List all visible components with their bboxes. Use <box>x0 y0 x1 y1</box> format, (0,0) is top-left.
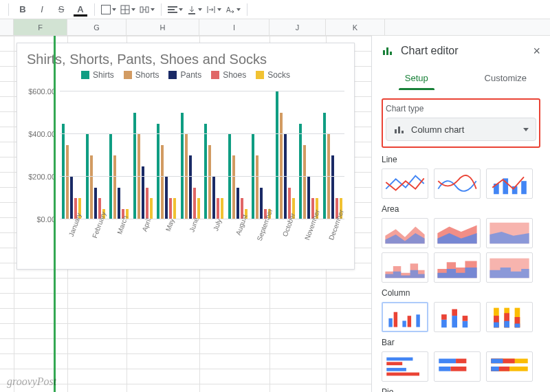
svg-rect-13 <box>398 127 400 133</box>
text-wrapping-button[interactable] <box>206 1 222 18</box>
strikethrough-button[interactable]: S <box>53 1 69 18</box>
italic-button[interactable]: I <box>34 1 50 18</box>
category-column-label: Column <box>382 288 540 298</box>
x-axis-tick: November <box>303 208 321 241</box>
chart-option-area-100[interactable] <box>486 218 533 248</box>
column-header[interactable]: K <box>326 19 385 35</box>
y-axis-tick: $0.00 <box>36 215 56 224</box>
bar <box>197 198 200 219</box>
column-header[interactable]: I <box>199 19 270 35</box>
bar <box>133 113 136 219</box>
legend-label: Shirts <box>93 70 114 80</box>
bar <box>169 198 172 219</box>
chart-option-bar-stacked[interactable] <box>434 351 481 382</box>
legend-swatch <box>81 71 89 79</box>
legend-label: Pants <box>180 70 201 80</box>
legend-swatch <box>168 71 177 79</box>
horizontal-align-button[interactable] <box>167 1 184 18</box>
borders-icon <box>120 5 130 14</box>
chart-option-bar-100[interactable] <box>486 351 533 382</box>
merge-icon <box>140 5 149 14</box>
svg-rect-39 <box>494 323 499 328</box>
v-align-icon <box>187 5 197 14</box>
embedded-chart[interactable]: Shirts, Shorts, Pants, Shoes and Socks S… <box>16 43 355 270</box>
legend-swatch <box>256 71 264 79</box>
chart-legend: ShirtsShortsPantsShoesSocks <box>17 70 354 84</box>
chevron-down-icon <box>523 128 529 131</box>
bar <box>142 166 144 220</box>
merge-cells-button[interactable] <box>139 1 155 18</box>
bar <box>299 124 302 220</box>
svg-rect-3 <box>140 7 143 12</box>
h-align-icon <box>168 6 177 13</box>
chart-option-column-basic[interactable] <box>382 302 428 332</box>
toolbar-separator <box>94 3 95 16</box>
legend-item: Pants <box>168 70 201 80</box>
chart-option-area-stepped-100[interactable] <box>486 252 533 283</box>
svg-rect-35 <box>463 321 468 328</box>
bold-button[interactable]: B <box>14 1 31 18</box>
bar <box>256 155 258 219</box>
chart-option-line-smooth[interactable] <box>434 168 481 199</box>
svg-rect-10 <box>386 47 388 55</box>
bar <box>307 177 310 219</box>
legend-label: Shoes <box>223 70 246 80</box>
bar <box>204 124 207 220</box>
chart-type-highlight: Chart type Column chart <box>382 98 540 148</box>
chart-option-area-stacked[interactable] <box>434 218 481 248</box>
chart-option-column-stacked[interactable] <box>434 302 481 332</box>
chart-option-column-100[interactable] <box>486 302 533 332</box>
text-rotation-button[interactable]: A <box>225 1 241 18</box>
close-sidebar-button[interactable]: × <box>533 44 540 58</box>
bar <box>193 188 196 220</box>
bar <box>276 91 278 219</box>
bar-group: April <box>131 91 155 219</box>
column-header[interactable]: H <box>126 19 199 35</box>
tab-setup[interactable]: Setup <box>372 66 461 90</box>
fill-color-button[interactable] <box>100 1 117 18</box>
text-color-button[interactable]: A <box>72 1 89 18</box>
svg-rect-32 <box>441 314 447 320</box>
chart-option-area-basic[interactable] <box>382 218 428 248</box>
bar <box>157 124 160 220</box>
bar <box>221 198 223 219</box>
bar-group: August <box>226 91 250 219</box>
bar-group: December <box>321 91 345 219</box>
chart-option-area-stepped-stacked[interactable] <box>434 252 481 283</box>
svg-rect-46 <box>386 358 412 361</box>
svg-rect-42 <box>504 321 509 328</box>
category-bar-label: Bar <box>382 338 540 347</box>
chart-option-line-basic[interactable] <box>382 168 428 199</box>
svg-rect-45 <box>515 324 520 328</box>
bar <box>86 134 89 219</box>
svg-rect-49 <box>386 373 419 376</box>
bar <box>208 145 211 220</box>
format-toolbar: B I S A A <box>0 0 550 19</box>
chart-option-bar-basic[interactable] <box>382 351 428 382</box>
svg-rect-27 <box>394 312 397 327</box>
column-header[interactable]: F <box>14 19 67 35</box>
column-header[interactable]: J <box>270 19 326 35</box>
legend-item: Shirts <box>81 70 114 80</box>
chart-editor-icon <box>382 45 394 57</box>
tab-customize[interactable]: Customize <box>461 66 551 90</box>
chart-option-area-stepped[interactable] <box>382 252 428 283</box>
chart-title: Shirts, Shorts, Pants, Shoes and Socks <box>17 43 354 70</box>
borders-button[interactable] <box>120 1 136 18</box>
column-header[interactable]: G <box>67 19 126 35</box>
sidebar-header: Chart editor × <box>372 36 550 66</box>
bar <box>331 155 334 219</box>
bar <box>217 198 219 219</box>
svg-rect-47 <box>386 362 402 365</box>
spreadsheet-area[interactable]: Shirts, Shorts, Pants, Shoes and Socks S… <box>0 36 371 392</box>
bar <box>212 177 215 219</box>
legend-label: Socks <box>267 70 290 80</box>
chart-option-combo[interactable] <box>486 168 533 199</box>
column-header-row: FGHIJK <box>0 19 550 36</box>
chart-type-value: Column chart <box>411 124 464 135</box>
category-area-label: Area <box>382 204 540 214</box>
x-axis-tick: May <box>164 217 176 232</box>
vertical-align-button[interactable] <box>186 1 203 18</box>
bar <box>181 113 184 219</box>
chart-type-dropdown[interactable]: Column chart <box>386 118 536 141</box>
